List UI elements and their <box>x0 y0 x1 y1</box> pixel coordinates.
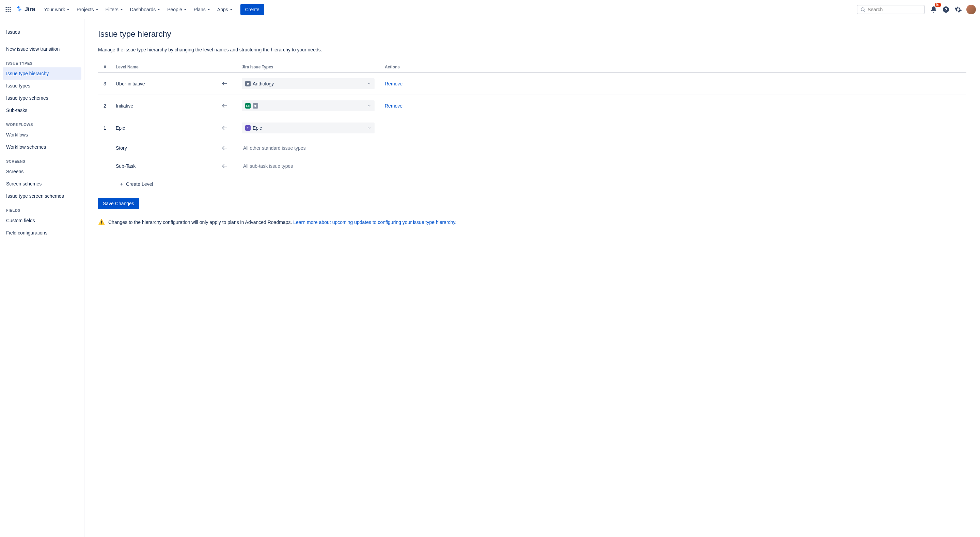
sidebar-issues[interactable]: Issues <box>3 26 81 38</box>
help-icon[interactable]: ? <box>940 4 951 15</box>
table-row: 3Uber-initiativeAnthologyRemove <box>98 73 966 95</box>
learn-more-link[interactable]: Learn more about upcoming updates to con… <box>293 219 456 225</box>
svg-point-6 <box>6 11 7 12</box>
chevron-down-icon <box>367 104 371 108</box>
sidebar-issue-types[interactable]: Issue types <box>3 79 81 92</box>
nav-dashboards[interactable]: Dashboards <box>127 5 164 14</box>
svg-point-7 <box>8 11 8 12</box>
issue-type-cell: All sub-task issue types <box>238 157 381 175</box>
col-actions: Actions <box>381 62 966 73</box>
sidebar-issue-type-screen-schemes[interactable]: Issue type screen schemes <box>3 190 81 202</box>
chevron-down-icon <box>367 82 371 86</box>
plus-icon <box>119 182 124 186</box>
level-name: Story <box>112 139 217 157</box>
sidebar-group-fields: FIELDS <box>3 202 81 214</box>
action-cell <box>381 139 966 157</box>
arrow-left-icon <box>221 145 228 151</box>
notifications-icon[interactable]: 9+ <box>928 4 939 15</box>
level-name: Epic <box>112 117 217 139</box>
remove-link[interactable]: Remove <box>385 81 402 86</box>
settings-icon[interactable] <box>953 4 964 15</box>
issue-type-select[interactable]: Anthology <box>242 78 375 89</box>
page-title: Issue type hierarchy <box>98 29 966 39</box>
level-name: Initiative <box>112 95 217 117</box>
issue-type-icon: LE <box>245 103 251 108</box>
app-switcher-icon[interactable] <box>4 5 12 14</box>
nav-plans[interactable]: Plans <box>191 5 213 14</box>
svg-point-1 <box>8 7 8 8</box>
action-cell: Remove <box>381 73 966 95</box>
col-level-name: Level Name <box>112 62 217 73</box>
issue-type-cell: Anthology <box>238 73 381 95</box>
notification-badge: 9+ <box>935 3 941 7</box>
top-navigation: Jira Your work Projects Filters Dashboar… <box>0 0 980 19</box>
issue-type-static: All other standard issue types <box>242 145 306 151</box>
table-row: 2InitiativeLERemove <box>98 95 966 117</box>
level-number <box>98 157 112 175</box>
hierarchy-table: # Level Name Jira Issue Types Actions 3U… <box>98 62 966 175</box>
jira-logo[interactable]: Jira <box>15 5 35 14</box>
issue-type-cell: Epic <box>238 117 381 139</box>
svg-point-0 <box>6 7 7 8</box>
sidebar-screen-schemes[interactable]: Screen schemes <box>3 178 81 190</box>
issue-type-select[interactable]: Epic <box>242 122 375 133</box>
sidebar-screens[interactable]: Screens <box>3 165 81 178</box>
action-cell <box>381 117 966 139</box>
col-issue-types: Jira Issue Types <box>238 62 381 73</box>
sidebar-workflow-schemes[interactable]: Workflow schemes <box>3 141 81 153</box>
search-input-container[interactable] <box>857 5 925 14</box>
sidebar-field-configurations[interactable]: Field configurations <box>3 227 81 239</box>
table-row: 1EpicEpic <box>98 117 966 139</box>
svg-point-14 <box>247 83 249 85</box>
issue-type-static: All sub-task issue types <box>242 164 293 169</box>
arrow-cell <box>217 73 238 95</box>
table-row: StoryAll other standard issue types <box>98 139 966 157</box>
save-changes-button[interactable]: Save Changes <box>98 198 139 209</box>
sidebar-group-screens: SCREENS <box>3 153 81 165</box>
action-cell: Remove <box>381 95 966 117</box>
arrow-left-icon <box>221 102 228 109</box>
svg-line-10 <box>864 10 865 11</box>
svg-point-3 <box>6 9 7 10</box>
svg-point-8 <box>10 11 11 12</box>
sidebar-workflows[interactable]: Workflows <box>3 129 81 141</box>
arrow-cell <box>217 157 238 175</box>
issue-type-label: Epic <box>253 125 262 131</box>
sidebar-new-issue-view[interactable]: New issue view transition <box>3 43 81 55</box>
arrow-left-icon <box>221 80 228 87</box>
nav-filters[interactable]: Filters <box>103 5 126 14</box>
nav-projects[interactable]: Projects <box>74 5 102 14</box>
svg-text:?: ? <box>945 7 947 12</box>
arrow-cell <box>217 117 238 139</box>
user-avatar[interactable] <box>966 5 976 14</box>
create-button[interactable]: Create <box>240 4 264 15</box>
nav-your-work[interactable]: Your work <box>41 5 73 14</box>
nav-apps[interactable]: Apps <box>215 5 235 14</box>
sidebar-sub-tasks[interactable]: Sub-tasks <box>3 104 81 116</box>
issue-type-select[interactable]: LE <box>242 100 375 111</box>
svg-point-4 <box>8 9 8 10</box>
level-name: Sub-Task <box>112 157 217 175</box>
product-name: Jira <box>24 6 35 13</box>
level-number: 2 <box>98 95 112 117</box>
level-number: 3 <box>98 73 112 95</box>
svg-point-9 <box>861 8 864 11</box>
nav-people[interactable]: People <box>164 5 190 14</box>
issue-type-icon <box>245 125 251 131</box>
info-banner: ⚠️ Changes to the hierarchy configuratio… <box>98 219 966 225</box>
sidebar: Issues New issue view transition ISSUE T… <box>0 19 84 537</box>
arrow-left-icon <box>221 124 228 131</box>
search-input[interactable] <box>868 7 921 12</box>
info-text: Changes to the hierarchy configuration w… <box>108 219 293 225</box>
issue-type-cell: LE <box>238 95 381 117</box>
sidebar-group-workflows: WORKFLOWS <box>3 116 81 129</box>
col-number: # <box>98 62 112 73</box>
sidebar-issue-type-schemes[interactable]: Issue type schemes <box>3 92 81 104</box>
sidebar-custom-fields[interactable]: Custom fields <box>3 214 81 227</box>
arrow-left-icon <box>221 163 228 170</box>
create-level-button[interactable]: Create Level <box>115 175 157 193</box>
issue-type-label: Anthology <box>253 81 274 86</box>
page-description: Manage the issue type hierarchy by chang… <box>98 47 966 52</box>
remove-link[interactable]: Remove <box>385 103 402 108</box>
sidebar-issue-type-hierarchy[interactable]: Issue type hierarchy <box>3 67 81 79</box>
